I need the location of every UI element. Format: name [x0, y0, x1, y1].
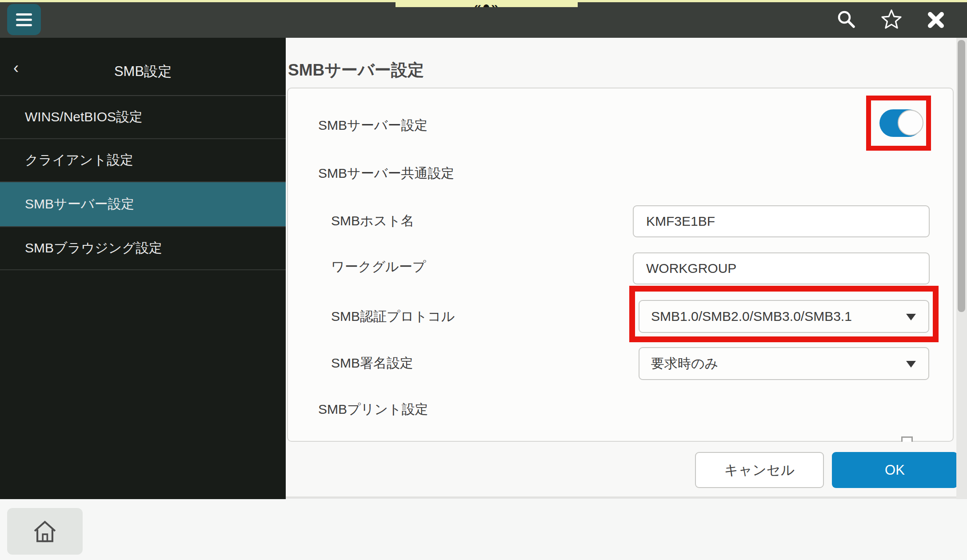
- ok-button-label: OK: [885, 462, 905, 478]
- home-icon: [32, 519, 58, 544]
- search-button[interactable]: [836, 9, 857, 30]
- cancel-button-label: キャンセル: [724, 461, 795, 480]
- notch-glyph-icon: «●»: [474, 0, 499, 7]
- home-button[interactable]: [7, 508, 83, 555]
- star-icon: [881, 9, 902, 30]
- sidebar-item-label: WINS/NetBIOS設定: [25, 108, 143, 126]
- device-screen: «●» ‹ SMB設定 WINS/NetBIOS設定 クライアント設定: [0, 0, 967, 560]
- sidebar-item-label: SMBブラウジング設定: [25, 239, 162, 257]
- sidebar-item-smb-server[interactable]: SMBサーバー設定: [0, 182, 286, 227]
- auth-protocol-label: SMB認証プロトコル: [331, 308, 455, 325]
- sidebar-title: SMB設定: [0, 62, 286, 81]
- sidebar-item-label: クライアント設定: [25, 151, 133, 169]
- ok-button[interactable]: OK: [832, 452, 958, 488]
- smb-signing-label: SMB署名設定: [331, 354, 413, 372]
- cancel-button[interactable]: キャンセル: [695, 452, 824, 488]
- annotation-red-box-toggle: [866, 96, 931, 151]
- workgroup-input[interactable]: [633, 252, 930, 284]
- dropdown-caret-icon: [906, 361, 916, 368]
- annotation-red-box-protocol: [629, 286, 939, 342]
- common-section-label: SMBサーバー共通設定: [318, 164, 454, 182]
- print-section-label: SMBプリント設定: [318, 400, 428, 418]
- sidebar-header: ‹ SMB設定: [0, 38, 286, 96]
- hamburger-menu-icon: [16, 13, 32, 16]
- smb-signing-dropdown[interactable]: 要求時のみ: [639, 347, 929, 380]
- page-title: SMBサーバー設定: [288, 59, 424, 81]
- search-icon: [836, 9, 857, 30]
- partial-checkbox: [901, 436, 913, 442]
- smb-signing-value: 要求時のみ: [651, 355, 718, 373]
- sidebar: ‹ SMB設定 WINS/NetBIOS設定 クライアント設定 SMBサーバー設…: [0, 38, 286, 499]
- workgroup-label: ワークグループ: [331, 258, 426, 276]
- sidebar-item-client[interactable]: クライアント設定: [0, 139, 286, 182]
- top-center-notch: «●»: [396, 0, 578, 7]
- smb-host-label: SMBホスト名: [331, 212, 414, 230]
- scrollbar-thumb[interactable]: [958, 40, 965, 312]
- sidebar-item-wins-netbios[interactable]: WINS/NetBIOS設定: [0, 96, 286, 139]
- sidebar-item-label: SMBサーバー設定: [25, 195, 134, 213]
- favorites-button[interactable]: [881, 9, 902, 30]
- hamburger-menu-button[interactable]: [7, 4, 41, 35]
- close-button[interactable]: [926, 10, 946, 30]
- smb-host-input[interactable]: [633, 205, 930, 237]
- window-bottom-edge: [286, 496, 967, 499]
- smb-server-toggle-label: SMBサーバー設定: [318, 116, 428, 134]
- sidebar-item-smb-browsing[interactable]: SMBブラウジング設定: [0, 227, 286, 270]
- scrollbar-track[interactable]: [956, 38, 967, 499]
- close-icon: [926, 10, 946, 30]
